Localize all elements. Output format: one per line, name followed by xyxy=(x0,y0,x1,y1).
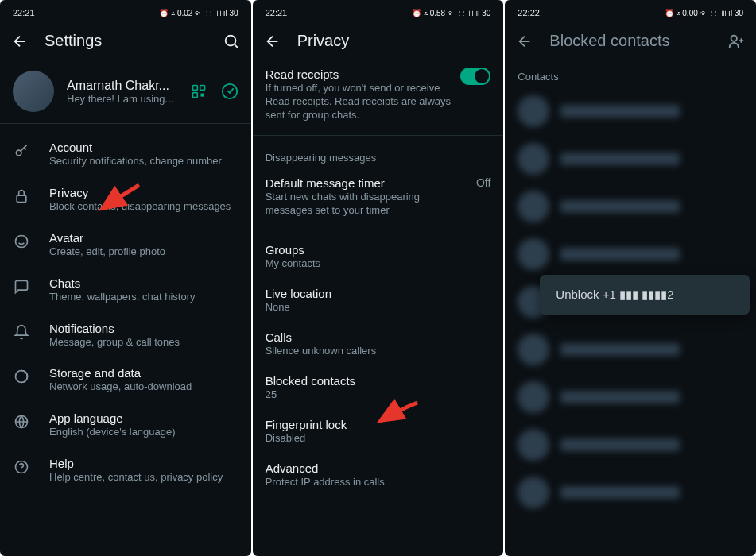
privacy-blocked-contacts[interactable]: Blocked contacts 25 xyxy=(253,366,504,410)
settings-item-avatar[interactable]: AvatarCreate, edit, profile photo xyxy=(0,222,251,268)
qr-icon[interactable] xyxy=(191,83,207,99)
app-bar: Settings xyxy=(0,22,251,60)
contacts-header: Contacts xyxy=(505,60,756,87)
settings-item-language[interactable]: App languageEnglish (device's language) xyxy=(0,403,251,448)
item-subtitle: Create, edit, profile photo xyxy=(49,245,238,259)
privacy-default-timer[interactable]: Default message timer Start new chats wi… xyxy=(253,168,504,226)
contact-row[interactable] xyxy=(505,230,756,278)
item-title: Blocked contacts xyxy=(266,374,491,388)
profile-info: Amarnath Chakr... Hey there! I am using.… xyxy=(67,79,178,105)
settings-item-chats[interactable]: ChatsTheme, wallpapers, chat history xyxy=(0,268,251,313)
settings-item-help[interactable]: HelpHelp centre, contact us, privacy pol… xyxy=(0,448,251,493)
add-contact-icon[interactable] xyxy=(727,33,745,50)
privacy-fingerprint[interactable]: Fingerprint lock Disabled xyxy=(253,410,504,454)
svg-rect-7 xyxy=(17,195,26,202)
status-time: 22:21 xyxy=(266,8,288,17)
contact-label xyxy=(560,248,680,261)
item-subtitle: Security notifications, change number xyxy=(49,155,238,168)
status-time: 22:21 xyxy=(13,8,35,17)
item-title: Live location xyxy=(266,287,491,300)
contact-label xyxy=(560,200,680,213)
screen-privacy: 22:21 ⏰ ⁂ 0.58 ᯤ ⁞⁞ ⫴ıl 30 Privacy Read … xyxy=(253,0,504,556)
item-title: Account xyxy=(49,141,238,154)
contact-avatar xyxy=(518,238,549,270)
svg-point-0 xyxy=(225,35,235,45)
contact-avatar xyxy=(518,429,549,461)
back-icon[interactable] xyxy=(516,33,533,50)
back-icon[interactable] xyxy=(264,33,281,50)
search-icon[interactable] xyxy=(223,33,240,50)
item-subtitle: Help centre, contact us, privacy policy xyxy=(49,471,238,485)
contact-row[interactable] xyxy=(505,373,756,421)
contact-label xyxy=(560,391,680,403)
avatar xyxy=(13,71,54,112)
contact-avatar xyxy=(518,334,549,365)
status-bar: 22:21 ⏰ ⁂ 0.58 ᯤ ⁞⁞ ⫴ıl 30 xyxy=(253,3,504,22)
item-subtitle: Silence unknown callers xyxy=(266,345,491,358)
contact-row[interactable] xyxy=(505,183,756,230)
settings-list: AccountSecurity notifications, change nu… xyxy=(0,124,251,493)
item-title: App language xyxy=(49,411,238,425)
status-icons: ⏰ ⁂ 0.02 ᯤ ⁞⁞ ⫴ıl 30 xyxy=(159,9,238,17)
profile-row[interactable]: Amarnath Chakr... Hey there! I am using.… xyxy=(0,60,251,124)
privacy-live-location[interactable]: Live location None xyxy=(253,279,504,322)
back-icon[interactable] xyxy=(11,33,29,50)
settings-item-privacy[interactable]: PrivacyBlock contacts, disappearing mess… xyxy=(0,177,251,222)
add-account-icon[interactable] xyxy=(221,83,238,100)
toggle-on[interactable] xyxy=(460,68,490,85)
item-subtitle: If turned off, you won't send or receive… xyxy=(266,82,461,122)
contact-avatar xyxy=(518,477,549,508)
app-bar: Blocked contacts xyxy=(505,22,756,60)
chat-icon xyxy=(13,278,30,295)
svg-rect-3 xyxy=(192,93,197,98)
item-subtitle: 25 xyxy=(266,388,491,402)
contact-label xyxy=(560,153,680,165)
status-icons: ⏰ ⁂ 0.00 ᯤ ⁞⁞ ⫴ıl 30 xyxy=(665,9,743,17)
help-icon xyxy=(13,458,30,476)
settings-item-storage[interactable]: Storage and dataNetwork usage, auto-down… xyxy=(0,357,251,403)
item-title: Advanced xyxy=(266,461,491,475)
item-subtitle: English (device's language) xyxy=(49,426,238,439)
item-subtitle: None xyxy=(266,301,491,315)
item-title: Default message timer xyxy=(266,176,468,190)
item-subtitle: Disabled xyxy=(266,432,491,446)
contact-row[interactable] xyxy=(505,87,756,135)
item-value: Off xyxy=(476,176,490,189)
privacy-groups[interactable]: Groups My contacts xyxy=(253,235,504,279)
item-title: Calls xyxy=(266,330,491,344)
contact-label xyxy=(560,486,680,499)
item-title: Read receipts xyxy=(266,68,461,81)
status-icons: ⏰ ⁂ 0.58 ᯤ ⁞⁞ ⫴ıl 30 xyxy=(412,9,490,17)
data-icon xyxy=(13,368,30,385)
page-title: Privacy xyxy=(297,32,493,50)
privacy-read-receipts[interactable]: Read receipts If turned off, you won't s… xyxy=(253,60,504,130)
unblock-popup[interactable]: Unblock +1 ▮▮▮ ▮▮▮▮2 xyxy=(540,275,750,315)
popup-text: Unblock +1 ▮▮▮ ▮▮▮▮2 xyxy=(556,288,673,301)
item-subtitle: Theme, wallpapers, chat history xyxy=(49,291,238,304)
settings-item-account[interactable]: AccountSecurity notifications, change nu… xyxy=(0,132,251,177)
contact-label xyxy=(560,343,680,356)
globe-icon xyxy=(13,413,30,431)
contact-avatar xyxy=(518,95,549,127)
contact-row[interactable] xyxy=(505,135,756,183)
svg-rect-1 xyxy=(192,86,197,91)
item-title: Storage and data xyxy=(49,366,238,380)
contact-avatar xyxy=(518,381,549,413)
privacy-advanced[interactable]: Advanced Protect IP address in calls xyxy=(253,454,504,497)
contact-row[interactable] xyxy=(505,469,756,516)
lock-icon xyxy=(13,187,30,205)
divider xyxy=(253,230,504,230)
screen-blocked-contacts: 22:22 ⏰ ⁂ 0.00 ᯤ ⁞⁞ ⫴ıl 30 Blocked conta… xyxy=(505,0,756,556)
settings-item-notifications[interactable]: NotificationsMessage, group & call tones xyxy=(0,313,251,358)
privacy-calls[interactable]: Calls Silence unknown callers xyxy=(253,322,504,366)
page-title: Blocked contacts xyxy=(549,32,711,50)
contact-row[interactable] xyxy=(505,421,756,469)
key-icon xyxy=(13,142,30,160)
item-subtitle: My contacts xyxy=(266,257,491,271)
item-subtitle: Network usage, auto-download xyxy=(49,380,238,394)
contact-avatar xyxy=(518,191,549,222)
svg-point-8 xyxy=(16,235,28,247)
svg-rect-4 xyxy=(200,94,204,97)
contact-row[interactable] xyxy=(505,326,756,373)
section-header: Disappearing messages xyxy=(253,141,504,168)
